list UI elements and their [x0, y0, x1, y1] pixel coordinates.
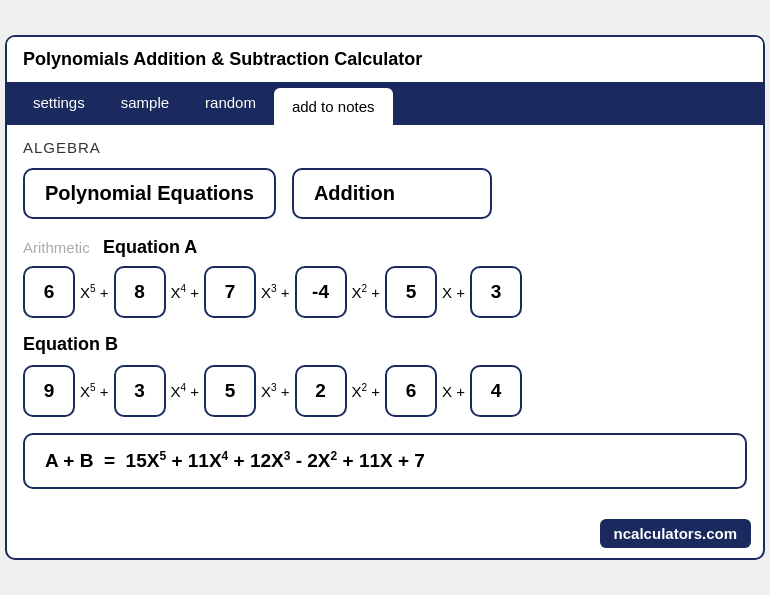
eq-a-coeff-0[interactable]: [470, 266, 522, 318]
section-label: ALGEBRA: [23, 139, 747, 156]
nav-settings[interactable]: settings: [15, 84, 103, 125]
result-box: A + B = 15X5 + 11X4 + 12X3 - 2X2 + 11X +…: [23, 433, 747, 488]
eq-a-coeff-2[interactable]: [295, 266, 347, 318]
eq-b-coeff-2[interactable]: [295, 365, 347, 417]
eq-b-coeff-1[interactable]: [385, 365, 437, 417]
app-title: Polynomials Addition & Subtraction Calcu…: [23, 49, 422, 69]
eq-a-coeff-5[interactable]: [23, 266, 75, 318]
operation-selector[interactable]: Addition: [292, 168, 492, 219]
nav-bar: settings sample random add to notes: [7, 84, 763, 125]
calculator-container: Polynomials Addition & Subtraction Calcu…: [5, 35, 765, 559]
equation-b-section: X5 + X4 + X3 + X2 + X +: [23, 365, 747, 417]
equation-b-row: X5 + X4 + X3 + X2 + X +: [23, 365, 747, 417]
eq-a-coeff-1[interactable]: [385, 266, 437, 318]
eq-a-coeff-3[interactable]: [204, 266, 256, 318]
selectors-row: Polynomial Equations Addition: [23, 168, 747, 219]
eq-a-coeff-4[interactable]: [114, 266, 166, 318]
title-bar: Polynomials Addition & Subtraction Calcu…: [7, 37, 763, 84]
equation-a-row: X5 + X4 + X3 + X2 + X +: [23, 266, 747, 318]
nav-sample[interactable]: sample: [103, 84, 187, 125]
nav-random[interactable]: random: [187, 84, 274, 125]
eq-b-coeff-3[interactable]: [204, 365, 256, 417]
arithmetic-hint: Arithmetic: [23, 239, 90, 256]
brand-badge: ncalculators.com: [600, 519, 751, 548]
brand-footer: ncalculators.com: [7, 515, 763, 558]
equation-a-label: Equation A: [103, 237, 197, 257]
eq-b-coeff-0[interactable]: [470, 365, 522, 417]
nav-add-to-notes[interactable]: add to notes: [274, 88, 393, 125]
equation-b-label: Equation B: [23, 334, 118, 354]
eq-b-coeff-5[interactable]: [23, 365, 75, 417]
main-content: ALGEBRA Polynomial Equations Addition Ar…: [7, 125, 763, 514]
equation-a-section: X5 + X4 + X3 + X2 + X +: [23, 266, 747, 318]
polynomial-selector[interactable]: Polynomial Equations: [23, 168, 276, 219]
eq-b-coeff-4[interactable]: [114, 365, 166, 417]
